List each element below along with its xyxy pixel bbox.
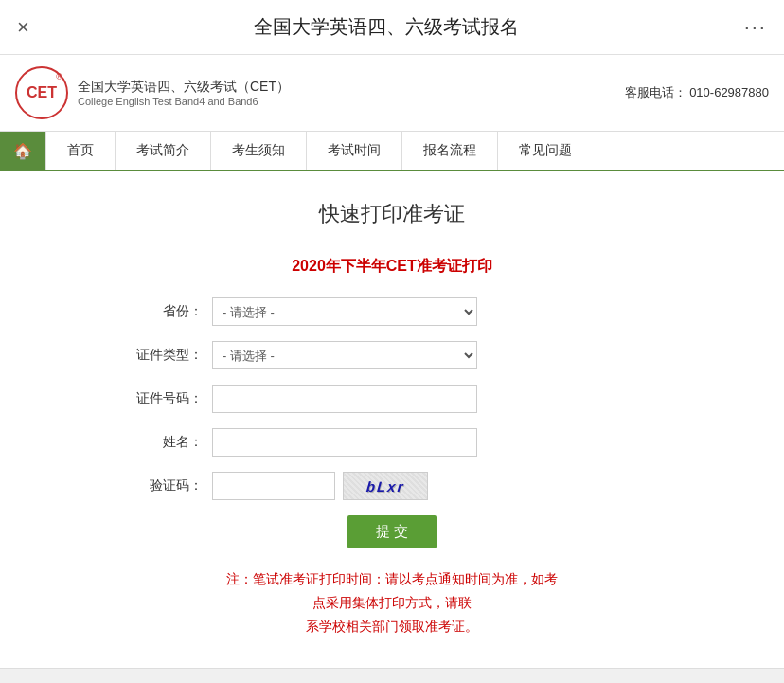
submit-button[interactable]: 提 交 [347,515,437,548]
captcha-image[interactable]: bLxr [343,472,428,500]
customer-label: 客服电话： [625,85,686,99]
site-name-cn: 全国大学英语四、六级考试（CET） [78,79,290,96]
top-bar: × 全国大学英语四、六级考试报名 ··· [0,0,784,55]
customer-service: 客服电话： 010-62987880 [625,84,769,101]
id-type-row: 证件类型： - 请选择 - [127,341,657,369]
id-type-label: 证件类型： [127,347,203,364]
province-row: 省份： - 请选择 - [127,297,657,326]
nav-item-registration[interactable]: 报名流程 [401,132,497,170]
site-name-en: College English Test Band4 and Band6 [78,96,290,107]
captcha-row: 验证码： bLxr [127,472,657,500]
nav-item-notice[interactable]: 考生须知 [210,132,306,170]
site-name: 全国大学英语四、六级考试（CET） College English Test B… [78,79,290,107]
captcha-input[interactable] [212,472,335,500]
form-subtitle: 2020年下半年CET准考证打印 [127,257,657,277]
name-row: 姓名： [127,428,657,457]
nav-bar: 🏠 首页 考试简介 考生须知 考试时间 报名流程 常见问题 [0,132,784,171]
id-type-select[interactable]: - 请选择 - [212,341,477,369]
site-header: CET ® 全国大学英语四、六级考试（CET） College English … [0,55,784,132]
name-label: 姓名： [127,434,203,451]
id-number-input[interactable] [212,385,477,413]
close-icon[interactable]: × [17,15,29,40]
captcha-text: bLxr [365,478,405,494]
logo-circle: CET ® [15,66,68,119]
logo-area: CET ® 全国大学英语四、六级考试（CET） College English … [15,66,290,119]
captcha-container: bLxr [212,472,428,500]
submit-row: 提 交 [127,515,657,548]
province-label: 省份： [127,303,203,320]
reg-mark: ® [56,72,62,81]
id-number-row: 证件号码： [127,385,657,413]
footer: COPYRIGHT 中华人民共和国教育部考试中心 All RIGHTS RESE… [0,668,784,683]
nav-home[interactable]: 🏠 [0,132,45,170]
nav-item-faq[interactable]: 常见问题 [497,132,593,170]
notice-text: 注：笔试准考证打印时间：请以考点通知时间为准，如考 点采用集体打印方式，请联 系… [193,567,591,639]
form-container: 2020年下半年CET准考证打印 省份： - 请选择 - 证件类型： - 请选择… [127,257,657,639]
nav-item-home[interactable]: 首页 [45,132,115,170]
customer-phone: 010-62987880 [689,85,769,99]
province-select[interactable]: - 请选择 - [212,297,477,326]
page-title-bar: 全国大学英语四、六级考试报名 [254,14,519,40]
name-input[interactable] [212,428,477,457]
nav-item-intro[interactable]: 考试简介 [115,132,210,170]
id-number-label: 证件号码： [127,390,203,407]
nav-item-time[interactable]: 考试时间 [306,132,401,170]
home-icon: 🏠 [13,142,32,160]
main-content: 快速打印准考证 2020年下半年CET准考证打印 省份： - 请选择 - 证件类… [0,171,784,668]
captcha-label: 验证码： [127,477,203,494]
logo-text: CET [27,85,57,100]
form-page-title: 快速打印准考证 [19,200,765,228]
more-icon[interactable]: ··· [744,15,767,40]
